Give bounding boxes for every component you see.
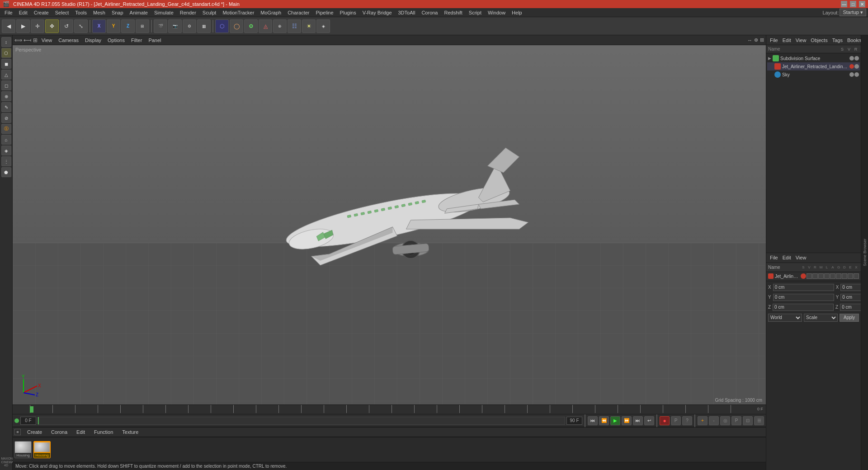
rotate-btn[interactable]: ↺ bbox=[60, 19, 73, 33]
menu-plugins[interactable]: Plugins bbox=[337, 9, 359, 16]
undo-btn[interactable]: ◀ bbox=[2, 19, 15, 33]
obj-view-menu[interactable]: View bbox=[794, 37, 808, 44]
deformer-btn[interactable]: ⚙ bbox=[244, 19, 258, 33]
material-function-menu[interactable]: Function bbox=[91, 428, 116, 436]
sidebar-more-tool[interactable]: ⋮ bbox=[1, 156, 11, 166]
sidebar-spline-tool[interactable]: △ bbox=[1, 70, 11, 80]
goto-end-btn[interactable]: ⏭ bbox=[633, 416, 643, 425]
obj-edit-menu[interactable]: Edit bbox=[781, 37, 793, 44]
menu-render[interactable]: Render bbox=[177, 9, 199, 16]
sidebar-object-tool[interactable]: ⬡ bbox=[1, 48, 11, 58]
attr-y-pos-input[interactable] bbox=[773, 294, 834, 301]
environment-btn[interactable]: ⊕ bbox=[273, 19, 287, 33]
sidebar-magnet-tool[interactable]: ⊘ bbox=[1, 113, 11, 123]
viewport-canvas[interactable]: Grid Spacing : 1000 cm X Y Z bbox=[13, 45, 766, 404]
viewport-menu-filter[interactable]: Filter bbox=[129, 37, 144, 44]
attr-vis-r[interactable] bbox=[812, 273, 818, 279]
menu-file[interactable]: File bbox=[2, 9, 15, 16]
layout-dropdown[interactable]: Startup ▾ bbox=[840, 9, 866, 16]
next-frame-btn[interactable]: ⏩ bbox=[622, 416, 632, 425]
start-frame-input[interactable] bbox=[20, 417, 36, 425]
attr-vis-s[interactable] bbox=[801, 273, 806, 279]
obj-sky-vis1[interactable] bbox=[849, 72, 854, 77]
point-mode-btn[interactable]: Z bbox=[121, 19, 135, 33]
viewport-menu-cameras[interactable]: Cameras bbox=[56, 37, 81, 44]
attr-z-pos-input[interactable] bbox=[773, 304, 834, 311]
material-create-menu[interactable]: Create bbox=[24, 428, 45, 436]
menu-create[interactable]: Create bbox=[31, 9, 52, 16]
keyframe-more-btn[interactable]: ⊡ bbox=[743, 416, 753, 425]
menu-animate[interactable]: Animate bbox=[127, 9, 151, 16]
attr-selected-obj-row[interactable]: Jet_Airliner_Retracted_Landing_Gear_ bbox=[766, 272, 861, 281]
attr-vis-m[interactable] bbox=[818, 273, 824, 279]
timeline-scrub[interactable] bbox=[38, 417, 565, 425]
sidebar-knife-tool[interactable]: ✎ bbox=[1, 102, 11, 112]
keyframe-remove-btn[interactable]: - bbox=[709, 416, 719, 425]
prev-frame-btn[interactable]: ⏪ bbox=[599, 416, 609, 425]
viewport-container[interactable]: ⟺ ⟻ ⊞ View Cameras Display Options Filte… bbox=[13, 35, 766, 404]
attr-view-menu[interactable]: View bbox=[794, 254, 808, 261]
viewport-icon3[interactable]: ⊞ bbox=[760, 37, 764, 43]
sidebar-symmetry-tool[interactable]: Ⓢ bbox=[1, 124, 11, 134]
obj-jet-vis1[interactable] bbox=[849, 64, 854, 69]
viewport-menu-view[interactable]: View bbox=[39, 37, 55, 44]
material-texture-menu[interactable]: Texture bbox=[119, 428, 141, 436]
model-mode-btn[interactable]: X bbox=[92, 19, 106, 33]
redo-btn[interactable]: ▶ bbox=[16, 19, 30, 33]
attr-vis-x[interactable] bbox=[854, 273, 859, 279]
attr-vis-v[interactable] bbox=[807, 273, 812, 279]
sidebar-mesh-tool[interactable]: ⬟ bbox=[1, 167, 11, 177]
record-active-btn[interactable]: ● bbox=[660, 416, 670, 425]
nurbs-btn[interactable]: ◯ bbox=[230, 19, 243, 33]
maximize-btn[interactable]: □ bbox=[850, 1, 856, 7]
viewport-menu-options[interactable]: Options bbox=[105, 37, 127, 44]
sidebar-bevel-tool[interactable]: ⌂ bbox=[1, 135, 11, 145]
attr-vis-l[interactable] bbox=[824, 273, 830, 279]
attr-z-rot-input[interactable] bbox=[840, 304, 861, 311]
loop-btn[interactable]: ↩ bbox=[644, 416, 654, 425]
menu-select[interactable]: Select bbox=[52, 9, 72, 16]
render-region-btn[interactable]: ▦ bbox=[197, 19, 211, 33]
menu-sculpt[interactable]: Sculpt bbox=[200, 9, 219, 16]
attr-vis-e[interactable] bbox=[848, 273, 853, 279]
menu-mograph[interactable]: MoGraph bbox=[258, 9, 284, 16]
attr-edit-menu[interactable]: Edit bbox=[781, 254, 793, 261]
obj-item-subdivision[interactable]: ▶ Subdivision Surface bbox=[767, 54, 860, 62]
material-thumb-1[interactable]: Housing bbox=[14, 441, 32, 458]
attr-file-menu[interactable]: File bbox=[768, 254, 780, 261]
attr-x-pos-input[interactable] bbox=[773, 284, 834, 291]
menu-edit[interactable]: Edit bbox=[16, 9, 30, 16]
obj-item-sky[interactable]: Sky bbox=[767, 70, 860, 79]
tab-scene-browser[interactable]: Scene Browser bbox=[862, 236, 868, 269]
live-select-btn[interactable]: ✛ bbox=[31, 19, 44, 33]
render-viewport-btn[interactable]: 🎬 bbox=[154, 19, 167, 33]
menu-corona[interactable]: Corona bbox=[419, 9, 440, 16]
render-picture-viewer-btn[interactable]: 📷 bbox=[168, 19, 182, 33]
obj-tags-menu[interactable]: Tags bbox=[830, 37, 844, 44]
menu-help[interactable]: Help bbox=[509, 9, 525, 16]
obj-objects-menu[interactable]: Objects bbox=[809, 37, 829, 44]
obj-sky-vis2[interactable] bbox=[854, 72, 859, 77]
camera-btn[interactable]: ☷ bbox=[288, 19, 301, 33]
title-bar-controls[interactable]: — □ ✕ bbox=[841, 1, 865, 7]
viewport-menu-display[interactable]: Display bbox=[83, 37, 104, 44]
menu-tools[interactable]: Tools bbox=[72, 9, 90, 16]
menu-pipeline[interactable]: Pipeline bbox=[313, 9, 336, 16]
coord-system-select[interactable]: World Object Parent bbox=[768, 314, 802, 322]
render-settings-btn[interactable]: ⚙ bbox=[183, 19, 196, 33]
keyframe-cycle-btn[interactable]: P bbox=[731, 416, 741, 425]
obj-vis1[interactable] bbox=[849, 56, 854, 61]
material-edit-menu[interactable]: Edit bbox=[74, 428, 88, 436]
menu-snap[interactable]: Snap bbox=[109, 9, 126, 16]
apply-btn[interactable]: Apply bbox=[840, 314, 859, 322]
menu-motiontracker[interactable]: MotionTracker bbox=[220, 9, 257, 16]
minimize-btn[interactable]: — bbox=[841, 1, 847, 7]
material-thumb-2[interactable]: Housing bbox=[33, 441, 51, 458]
obj-item-jet[interactable]: Jet_Airliner_Retracted_Landing_Gear_ bbox=[767, 62, 860, 70]
menu-mesh[interactable]: Mesh bbox=[90, 9, 108, 16]
sidebar-move-tool[interactable]: ↕ bbox=[1, 37, 11, 47]
tab-attribute[interactable]: Attribute bbox=[861, 242, 862, 263]
play-btn[interactable]: ▶ bbox=[610, 416, 620, 425]
help-btn[interactable]: ? bbox=[682, 416, 692, 425]
transform-mode-select[interactable]: Scale Position Rotation bbox=[804, 314, 838, 322]
